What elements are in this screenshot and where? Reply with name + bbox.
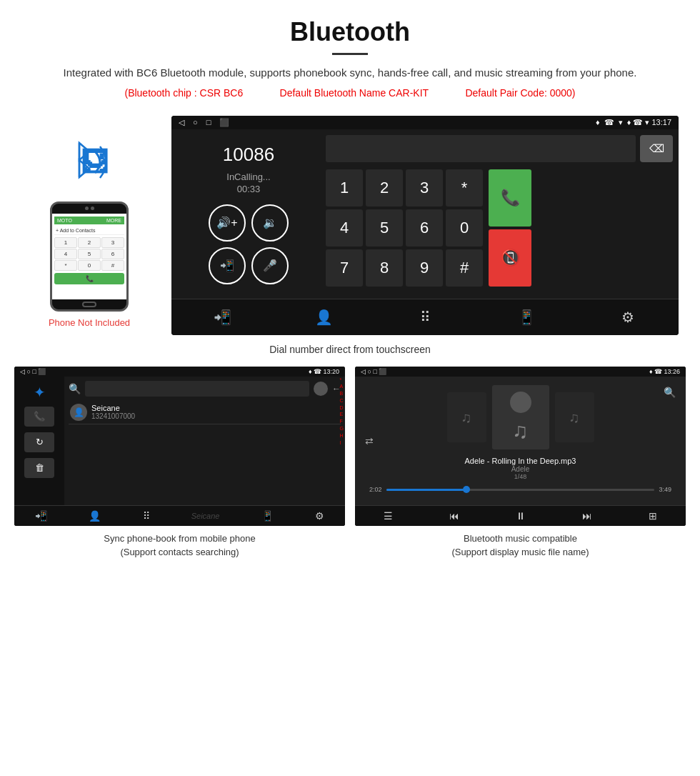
key-0[interactable]: 0 — [446, 209, 483, 247]
alpha-i[interactable]: I — [340, 439, 344, 447]
mic-button[interactable]: 🎤 — [251, 247, 289, 284]
answer-call-button[interactable]: 📞 — [489, 169, 531, 227]
key-3[interactable]: 3 — [406, 169, 443, 207]
music-progress-row: 2:02 3:49 — [362, 486, 679, 493]
contact-phone: 13241007000 — [91, 412, 135, 420]
phone-key-3[interactable]: 3 — [101, 237, 124, 248]
phone-top-bar — [52, 204, 126, 214]
phone-key-6[interactable]: 6 — [101, 249, 124, 259]
music-track-info: 1/48 — [465, 473, 576, 480]
key-9[interactable]: 9 — [406, 249, 443, 287]
volume-up-button[interactable]: 🔊+ — [209, 204, 246, 242]
album-area: ♫ ♫ ♫ — [447, 385, 594, 449]
phone-home-button[interactable] — [82, 302, 96, 307]
sidebar-call-button[interactable]: 📞 — [24, 407, 54, 427]
page-title: Bluetooth — [29, 17, 671, 47]
music-caption-line2: (Support display music file name) — [451, 547, 589, 557]
music-progress-fill — [386, 489, 467, 491]
nav-settings[interactable]: ⚙ — [614, 307, 642, 328]
alpha-c[interactable]: C — [340, 397, 344, 404]
alpha-star[interactable]: * — [340, 377, 344, 384]
music-eq-icon[interactable]: ⊞ — [649, 510, 657, 522]
nav-sim-icon: ⬛ — [219, 118, 229, 127]
phone-key-hash[interactable]: # — [101, 260, 124, 271]
phone-key-0[interactable]: 0 — [78, 260, 101, 271]
nav-square-icon[interactable]: □ — [206, 118, 211, 127]
mini-nav-call[interactable]: 📲 — [35, 510, 47, 522]
end-call-button[interactable]: 📵 — [489, 229, 531, 287]
phone-key-star[interactable]: * — [54, 260, 77, 271]
music-play-pause-icon[interactable]: ⏸ — [516, 510, 526, 522]
contact-avatar: 👤 — [70, 404, 87, 421]
phonebook-search-input[interactable] — [85, 381, 309, 397]
music-menu-icon[interactable]: ☰ — [384, 510, 393, 522]
phone-call-button[interactable]: 📞 — [54, 273, 124, 284]
key-star[interactable]: * — [446, 169, 483, 207]
volume-down-button[interactable]: 🔉 — [251, 204, 289, 242]
car-statusbar: ◁ ○ □ ⬛ ♦ ☎ ▾ ♦ ☎ ▾ 13:17 — [171, 116, 679, 129]
phone-key-2[interactable]: 2 — [78, 237, 101, 248]
nav-circle-icon[interactable]: ○ — [193, 118, 198, 127]
phonebook-screen: ✦ 📞 ↻ 🗑 🔍 ← 👤 Sei — [14, 377, 345, 505]
album-cover-main: ♫ — [492, 385, 549, 449]
mini-nav-transfer[interactable]: 📱 — [261, 510, 274, 522]
alpha-g[interactable]: G — [340, 425, 344, 432]
phonebook-item: ◁ ○ □ ⬛ ♦ ☎ 13:20 ✦ 📞 ↻ 🗑 🔍 — [14, 367, 345, 559]
main-caption: Dial number direct from touchscreen — [0, 344, 700, 355]
music-search-icon[interactable]: 🔍 — [664, 387, 676, 398]
phone-key-4[interactable]: 4 — [54, 249, 77, 259]
nav-transfer[interactable]: 📱 — [512, 307, 541, 328]
music-next-icon[interactable]: ⏭ — [582, 510, 592, 522]
music-statusbar-left: ◁ ○ □ ⬛ — [361, 368, 386, 375]
phone-key-1[interactable]: 1 — [54, 237, 77, 248]
key-7[interactable]: 7 — [326, 249, 363, 287]
sidebar-sync-button[interactable]: ↻ — [24, 432, 54, 452]
alpha-index: * A B C D E F G H I — [340, 377, 344, 447]
phone-key-5[interactable]: 5 — [78, 249, 101, 259]
nav-call-history[interactable]: 📲 — [208, 307, 236, 328]
dial-input-field[interactable] — [326, 135, 636, 162]
mini-nav-settings[interactable]: ⚙ — [315, 510, 324, 522]
key-6[interactable]: 6 — [406, 209, 443, 247]
mini-nav-dialpad[interactable]: ⠿ — [143, 510, 150, 522]
key-8[interactable]: 8 — [366, 249, 403, 287]
car-screen-area: ◁ ○ □ ⬛ ♦ ☎ ▾ ♦ ☎ ▾ 13:17 10086 InCallin… — [164, 116, 686, 335]
key-4[interactable]: 4 — [326, 209, 363, 247]
dial-delete-button[interactable]: ⌫ — [640, 135, 673, 162]
key-1[interactable]: 1 — [326, 169, 363, 207]
alpha-e[interactable]: E — [340, 411, 344, 418]
key-2[interactable]: 2 — [366, 169, 403, 207]
page-header: Bluetooth Integrated with BC6 Bluetooth … — [0, 0, 700, 116]
music-prev-icon[interactable]: ⏮ — [449, 510, 459, 522]
phone-screen-header: MOTO MORE — [54, 217, 124, 224]
phone-area: ⛾ MOTO MORE + Add to Contacts — [14, 116, 164, 328]
phone-add-contact: + Add to Contacts — [54, 227, 124, 235]
nav-back-icon[interactable]: ◁ — [179, 118, 184, 127]
sidebar-trash-button[interactable]: 🗑 — [24, 458, 54, 478]
alpha-h[interactable]: H — [340, 432, 344, 439]
numpad-grid: 1 2 3 * 4 5 6 0 7 8 9 # — [326, 169, 483, 287]
transfer-button[interactable]: 📲 — [209, 247, 246, 284]
key-hash[interactable]: # — [446, 249, 483, 287]
phonebook-car-screen: ◁ ○ □ ⬛ ♦ ☎ 13:20 ✦ 📞 ↻ 🗑 🔍 — [14, 367, 345, 526]
phone-not-included-label: Phone Not Included — [49, 317, 130, 328]
name-spec: Default Bluetooth Name CAR-KIT — [280, 87, 429, 99]
music-progress-bar[interactable] — [386, 489, 655, 491]
nav-dialpad[interactable]: ⠿ — [411, 307, 439, 328]
alpha-d[interactable]: D — [340, 404, 344, 412]
shuffle-icon[interactable]: ⇄ — [365, 435, 374, 447]
phonebook-main: 🔍 ← 👤 Seicane 13241007000 * — [64, 377, 345, 505]
dial-input-row: ⌫ — [326, 135, 673, 162]
key-5[interactable]: 5 — [366, 209, 403, 247]
statusbar-right-icons: ♦ ☎ ▾ ♦ ☎ ▾ 13:17 — [596, 118, 671, 127]
dial-right-panel: ⌫ 1 2 3 * 4 5 6 0 7 — [326, 135, 673, 293]
music-caption: Bluetooth music compatible (Support disp… — [355, 532, 686, 559]
wifi-icon: ▾ — [619, 118, 623, 127]
nav-contacts[interactable]: 👤 — [309, 307, 338, 328]
mini-nav-contacts[interactable]: 👤 — [89, 510, 101, 522]
alpha-a[interactable]: A — [340, 383, 344, 390]
music-statusbar-right: ♦ ☎ 13:26 — [649, 368, 680, 375]
contact-entry[interactable]: 👤 Seicane 13241007000 — [69, 401, 341, 424]
alpha-f[interactable]: F — [340, 418, 344, 425]
alpha-b[interactable]: B — [340, 390, 344, 397]
